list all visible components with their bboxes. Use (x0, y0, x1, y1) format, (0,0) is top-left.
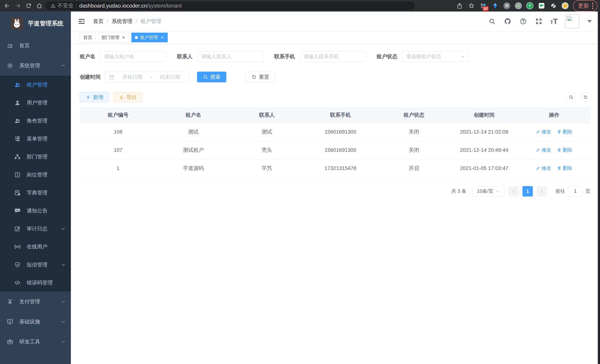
fullscreen-icon[interactable] (535, 17, 543, 25)
navbar: 首页 / 系统管理 / 租户管理 (71, 11, 600, 31)
recorder-extension-icon[interactable] (515, 2, 522, 9)
edit-link[interactable]: 修改 (536, 129, 551, 135)
security-status[interactable]: 不安全 (50, 2, 74, 9)
sidebar-collapse-button[interactable] (76, 16, 87, 27)
delete-link[interactable]: 删除 (557, 147, 572, 153)
close-icon[interactable] (122, 36, 126, 39)
address-bar[interactable]: 不安全 dashboard.yudao.iocoder.cn/system/te… (46, 1, 415, 10)
export-button[interactable]: 导出 (113, 92, 142, 103)
github-icon[interactable] (504, 17, 512, 25)
browser-update-button[interactable]: 更新 (573, 0, 597, 11)
mobile-input[interactable] (300, 51, 366, 62)
divider (76, 3, 77, 8)
reset-button[interactable]: 重置 (246, 72, 275, 82)
gear-icon (7, 62, 13, 69)
col-tenant-name: 租户名 (156, 107, 230, 123)
sidebar-item-system[interactable]: 系统管理 (0, 56, 71, 76)
sidebar-item-audit-log[interactable]: 审计日志 (0, 220, 71, 238)
app: 芋道管理系统 首页 系统管理 租户管理 (0, 11, 600, 364)
sidebar-item-menu[interactable]: 菜单管理 (0, 130, 71, 148)
font-size-icon[interactable]: TT (550, 18, 558, 25)
breadcrumb-separator: / (136, 18, 137, 24)
header-search-icon[interactable] (488, 17, 496, 25)
sidebar-item-home[interactable]: 首页 (0, 36, 71, 56)
browser-menu-icon[interactable] (592, 3, 593, 9)
date-range-picker[interactable]: 开始日期 - 结束日期 (105, 72, 189, 82)
add-button[interactable]: 新增 (80, 92, 109, 103)
table-row: 1 芋道源码 芋艿 17321315478 开启 2021-01-05 17:0… (80, 159, 590, 177)
command-extension-icon[interactable]: ⌘ (503, 2, 510, 9)
page-size-select[interactable]: 10条/页 (472, 186, 505, 196)
next-page-button[interactable] (536, 186, 547, 196)
sidebar-item-dev-tools[interactable]: 研发工具 (0, 332, 71, 352)
tab-home[interactable]: 首页 (80, 33, 96, 42)
download-icon (119, 95, 124, 100)
sidebar-item-payment[interactable]: 支付管理 (0, 292, 71, 312)
extensions-puzzle-icon[interactable] (550, 2, 557, 9)
message-bubble-icon (14, 207, 21, 214)
system-submenu: 租户管理 用户管理 角色管理 菜单管理 (0, 76, 71, 292)
breadcrumb: 首页 / 系统管理 / 租户管理 (93, 18, 161, 25)
help-icon[interactable] (519, 17, 527, 25)
chat-extension-icon[interactable] (538, 2, 545, 9)
delete-link[interactable]: 删除 (557, 129, 572, 135)
chevron-down-icon (496, 189, 500, 193)
status-label: 租户状态 (377, 53, 397, 60)
kite-extension-icon[interactable] (491, 2, 499, 9)
tab-dept[interactable]: 部门管理 (98, 33, 129, 42)
pen-icon (536, 148, 540, 152)
table-toolbar: 新增 导出 (80, 92, 590, 103)
sidebar-item-online-user[interactable]: 在线用户 (0, 238, 71, 256)
tenant-users-icon (14, 82, 21, 88)
contact-label: 联系人 (177, 53, 193, 60)
tenant-name-input[interactable] (100, 51, 167, 62)
sidebar-item-post[interactable]: 岗位管理 (0, 166, 71, 184)
sidebar-item-dept[interactable]: 部门管理 (0, 148, 71, 166)
avatar[interactable] (565, 14, 579, 28)
yudao-extension-icon[interactable]: Y (526, 2, 533, 9)
contact-input[interactable] (197, 51, 264, 62)
bookmark-star-icon[interactable] (468, 2, 475, 9)
edit-link[interactable]: 修改 (536, 147, 551, 153)
sidebar-item-dict[interactable]: 字典管理 (0, 184, 71, 202)
status-select[interactable]: 请选择租户状态 (402, 51, 469, 62)
chevron-down-icon (460, 54, 465, 59)
breadcrumb-home[interactable]: 首页 (93, 18, 103, 25)
tenant-name-label: 租户名 (80, 53, 95, 60)
broken-image-icon (566, 15, 572, 22)
delete-link[interactable]: 删除 (557, 165, 572, 171)
tab-tenant[interactable]: 租户管理 (131, 33, 168, 42)
sidebar-item-role[interactable]: 角色管理 (0, 112, 71, 130)
breadcrumb-system[interactable]: 系统管理 (112, 18, 132, 25)
search-button[interactable]: 搜索 (197, 72, 226, 82)
browser-back-button[interactable] (3, 1, 11, 10)
emoji-extension-icon[interactable] (562, 2, 569, 9)
breadcrumb-separator: / (107, 18, 108, 24)
edit-link[interactable]: 修改 (536, 165, 551, 171)
browser-reload-button[interactable] (24, 1, 33, 10)
table-refresh-button[interactable] (581, 92, 590, 102)
prev-page-button[interactable] (508, 186, 519, 196)
sidebar-item-notice[interactable]: 通知公告 (0, 202, 71, 220)
refresh-icon (583, 95, 588, 100)
browser-forward-button[interactable] (13, 1, 22, 10)
close-icon[interactable] (160, 36, 164, 39)
chevron-down-icon (61, 262, 66, 267)
search-icon (203, 75, 208, 80)
sidebar-item-user[interactable]: 用户管理 (0, 94, 71, 112)
sidebar-item-tenant[interactable]: 租户管理 (0, 76, 71, 94)
col-mobile: 联系手机 (303, 107, 377, 123)
sidebar-item-infrastructure[interactable]: 基础设施 (0, 312, 71, 332)
plus-icon (85, 95, 91, 100)
goto-page-input[interactable] (568, 186, 582, 196)
avatar-caret-icon[interactable] (587, 20, 592, 23)
extension-tag-manager-icon[interactable]: 10 (480, 2, 487, 9)
sidebar-item-error-code[interactable]: 错误码管理 (0, 274, 71, 292)
app-title: 芋道管理系统 (28, 19, 64, 28)
browser-home-button[interactable] (35, 1, 44, 10)
table-search-toggle-button[interactable] (566, 92, 576, 102)
sidebar-item-sms[interactable]: 短信管理 (0, 256, 71, 274)
page-number-1[interactable]: 1 (523, 186, 533, 196)
calendar-icon (109, 74, 114, 80)
share-icon[interactable] (456, 2, 463, 9)
